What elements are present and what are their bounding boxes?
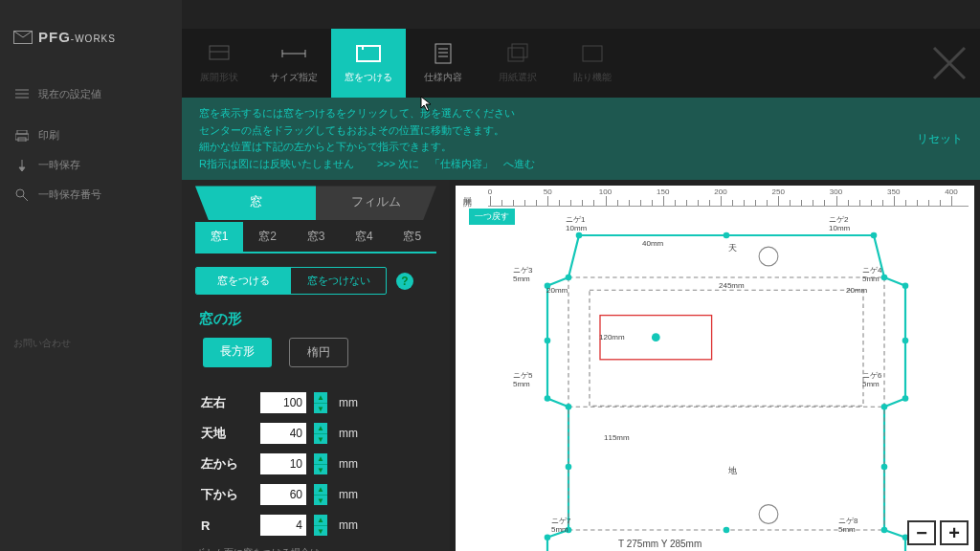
svg-point-24 [902, 396, 909, 403]
svg-point-22 [902, 338, 909, 344]
glue-icon [579, 42, 606, 65]
top-stepbar: 展開形状 サイズ指定 窓をつける 仕様内容 用紙選択 貼り機能 [182, 29, 980, 98]
field-lr: 左右 ▲▼ mm [201, 392, 436, 413]
field-bottom: 下から ▲▼ mm [201, 484, 436, 505]
svg-rect-5 [210, 46, 229, 59]
svg-point-20 [902, 283, 909, 290]
tab-window[interactable]: 窓 [195, 186, 316, 220]
instruction-line: R指示は図には反映いたしません [199, 156, 354, 173]
svg-point-17 [566, 275, 572, 281]
close-button[interactable] [928, 42, 970, 84]
svg-point-15 [724, 232, 730, 239]
svg-point-16 [871, 232, 878, 239]
main-tabs: 窓 フィルム [195, 186, 436, 220]
printer-icon [15, 130, 29, 142]
search-icon [15, 188, 29, 202]
spinner-left[interactable]: ▲▼ [314, 453, 327, 474]
sidebar-item-label: 一時保存 [38, 158, 80, 172]
spinner-lr[interactable]: ▲▼ [314, 392, 327, 413]
panel-note: ボトム面に窓をつける場合は、 窓の中央にある丸を直接ドラッグしておおよその場所 … [195, 545, 436, 551]
svg-point-25 [566, 404, 572, 410]
reset-button[interactable]: リセット [917, 131, 963, 147]
window-enable-toggle: 窓をつける 窓をつけない [195, 267, 387, 295]
svg-rect-2 [15, 134, 29, 140]
template-icon [206, 42, 233, 65]
sidebar-item-current-settings[interactable]: 現在の設定値 [13, 79, 168, 109]
main-area: 展開形状 サイズ指定 窓をつける 仕様内容 用紙選択 貼り機能 [182, 0, 980, 551]
subtab-window5[interactable]: 窓5 [389, 222, 436, 252]
svg-point-23 [545, 396, 551, 403]
svg-point-13 [652, 334, 660, 342]
help-icon[interactable]: ? [396, 273, 413, 290]
sidebar-item-label: 現在の設定値 [38, 87, 101, 101]
svg-point-28 [881, 464, 888, 471]
canvas[interactable]: 展開 一つ戻す 050100150200250300350400 [456, 186, 974, 551]
step-glue[interactable]: 貼り機能 [555, 29, 630, 98]
window-number-tabs: 窓1 窓2 窓3 窓4 窓5 [195, 222, 436, 253]
toggle-window-on[interactable]: 窓をつける [196, 268, 291, 294]
svg-rect-8 [508, 48, 523, 61]
sidebar: PFG-WORKS 現在の設定値 印刷 一時保存 一時保存番号 お問い合わせ [0, 0, 182, 551]
subtab-window3[interactable]: 窓3 [292, 222, 340, 252]
shape-heading: 窓の形 [199, 310, 436, 328]
step-spec[interactable]: 仕様内容 [406, 29, 480, 98]
canvas-footer: T 275mm Y 285mm [618, 539, 702, 549]
svg-point-32 [545, 535, 551, 541]
sidebar-item-print[interactable]: 印刷 [13, 121, 168, 150]
shape-oval-button[interactable]: 楕円 [289, 338, 348, 367]
sidebar-item-label: 印刷 [38, 128, 59, 143]
subtab-window1[interactable]: 窓1 [195, 222, 243, 252]
window-icon [355, 42, 382, 65]
svg-rect-11 [590, 291, 863, 407]
svg-point-18 [881, 275, 888, 281]
instruction-line: 細かな位置は下記の左からと下からで指示できます。 [199, 139, 535, 156]
vertical-label: 展開 [461, 189, 474, 193]
svg-point-31 [881, 527, 888, 534]
svg-point-21 [545, 338, 551, 344]
field-tb: 天地 ▲▼ mm [201, 423, 436, 444]
input-lr[interactable] [260, 392, 306, 413]
tab-film[interactable]: フィルム [316, 186, 436, 220]
field-r: R ▲▼ mm [201, 515, 436, 536]
list-icon [15, 89, 29, 100]
input-tb[interactable] [260, 423, 306, 444]
step-shape[interactable]: 展開形状 [182, 29, 256, 98]
close-icon [928, 42, 970, 84]
step-size[interactable]: サイズ指定 [256, 29, 331, 98]
step-window[interactable]: 窓をつける [331, 29, 406, 98]
input-left[interactable] [260, 453, 306, 474]
spinner-tb[interactable]: ▲▼ [314, 423, 327, 444]
instruction-line: 窓を表示するには窓をつけるをクリックして、形を選んでください [199, 105, 535, 122]
zoom-controls: − + [907, 520, 969, 545]
spinner-bottom[interactable]: ▲▼ [314, 484, 327, 505]
zoom-out-button[interactable]: − [907, 520, 936, 545]
sidebar-item-label: 一時保存番号 [38, 187, 101, 202]
input-bottom[interactable] [260, 484, 306, 505]
subtab-window4[interactable]: 窓4 [340, 222, 388, 252]
shape-rect-button[interactable]: 長方形 [203, 338, 272, 367]
sidebar-contact[interactable]: お問い合わせ [13, 337, 71, 350]
svg-rect-7 [435, 44, 451, 63]
sidebar-item-save-number[interactable]: 一時保存番号 [13, 180, 168, 209]
stack-icon [504, 42, 531, 65]
svg-point-14 [576, 232, 583, 239]
sidebar-item-save[interactable]: 一時保存 [13, 150, 168, 180]
svg-point-30 [724, 527, 730, 534]
svg-point-39 [759, 247, 778, 266]
step-paper[interactable]: 用紙選択 [480, 29, 555, 98]
instruction-line: センターの点をドラッグしてもおおよその位置に移動できます。 [199, 122, 535, 140]
toggle-window-off[interactable]: 窓をつけない [291, 268, 386, 294]
zoom-in-button[interactable]: + [940, 520, 969, 545]
svg-point-4 [16, 189, 24, 197]
svg-rect-6 [357, 46, 380, 61]
svg-rect-1 [17, 130, 27, 134]
spinner-r[interactable]: ▲▼ [314, 515, 327, 536]
svg-rect-10 [583, 46, 602, 61]
input-r[interactable] [260, 515, 306, 536]
instruction-bar: 窓を表示するには窓をつけるをクリックして、形を選んでください センターの点をドラ… [182, 98, 980, 180]
svg-point-40 [759, 505, 778, 524]
envelope-diagram[interactable] [484, 214, 969, 551]
subtab-window2[interactable]: 窓2 [243, 222, 291, 252]
instruction-next: >>> 次に 「仕様内容」 へ進む [377, 156, 535, 173]
settings-panel: 窓 フィルム 窓1 窓2 窓3 窓4 窓5 窓をつける 窓をつけない ? [182, 180, 450, 551]
